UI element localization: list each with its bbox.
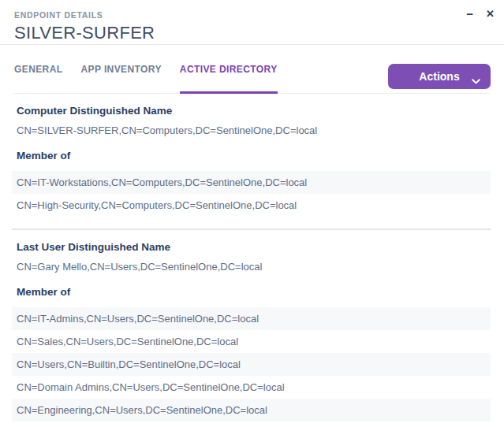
tab-bar: GENERAL APP INVENTORY ACTIVE DIRECTORY A…	[14, 45, 491, 94]
member-row: CN=Engineering,CN=Users,DC=SentinelOne,D…	[12, 399, 491, 421]
member-row: CN=Users,CN=Builtin,DC=SentinelOne,DC=lo…	[12, 353, 491, 376]
actions-button[interactable]: Actions	[388, 64, 491, 89]
member-row: CN=IT-Workstations,CN=Computers,DC=Senti…	[12, 171, 491, 194]
section-heading: Computer Distinguished Name	[17, 105, 491, 117]
member-row: CN=IT-Admins,CN=Users,DC=SentinelOne,DC=…	[12, 307, 491, 330]
titlebar: ENDPOINT DETAILS SILVER-SURFER − ✕	[0, 0, 504, 45]
member-row: CN=Sales,CN=Users,DC=SentinelOne,DC=loca…	[12, 330, 491, 353]
last-user-dn-section: Last User Distinguished Name CN=Gary Mel…	[12, 241, 491, 421]
close-icon[interactable]: ✕	[483, 7, 498, 20]
member-list: CN=IT-Admins,CN=Users,DC=SentinelOne,DC=…	[12, 307, 491, 421]
member-of-label: Member of	[17, 150, 491, 162]
endpoint-details-panel: ENDPOINT DETAILS SILVER-SURFER − ✕ GENER…	[0, 0, 504, 427]
tab-app-inventory[interactable]: APP INVENTORY	[80, 45, 161, 93]
section-value: CN=Gary Mello,CN=Users,DC=SentinelOne,DC…	[17, 261, 491, 273]
computer-dn-section: Computer Distinguished Name CN=SILVER-SU…	[12, 105, 491, 217]
member-row: CN=High-Security,CN=Computers,DC=Sentine…	[12, 194, 491, 217]
section-value: CN=SILVER-SURFER,CN=Computers,DC=Sentine…	[17, 124, 491, 137]
tab-general[interactable]: GENERAL	[14, 45, 62, 93]
page-title: SILVER-SURFER	[14, 23, 490, 43]
actions-button-label: Actions	[419, 70, 459, 83]
section-divider	[12, 228, 491, 230]
panel-eyebrow: ENDPOINT DETAILS	[14, 10, 490, 20]
member-of-label: Member of	[17, 286, 491, 299]
section-heading: Last User Distinguished Name	[17, 241, 491, 254]
chevron-down-icon	[472, 74, 480, 87]
tabs: GENERAL APP INVENTORY ACTIVE DIRECTORY	[14, 45, 278, 93]
active-directory-content: Computer Distinguished Name CN=SILVER-SU…	[0, 94, 504, 421]
tab-active-directory[interactable]: ACTIVE DIRECTORY	[180, 45, 278, 93]
member-list: CN=IT-Workstations,CN=Computers,DC=Senti…	[12, 171, 491, 217]
member-row: CN=Domain Admins,CN=Users,DC=SentinelOne…	[12, 376, 491, 399]
window-controls: − ✕	[463, 6, 498, 21]
minimize-icon[interactable]: −	[463, 6, 476, 21]
